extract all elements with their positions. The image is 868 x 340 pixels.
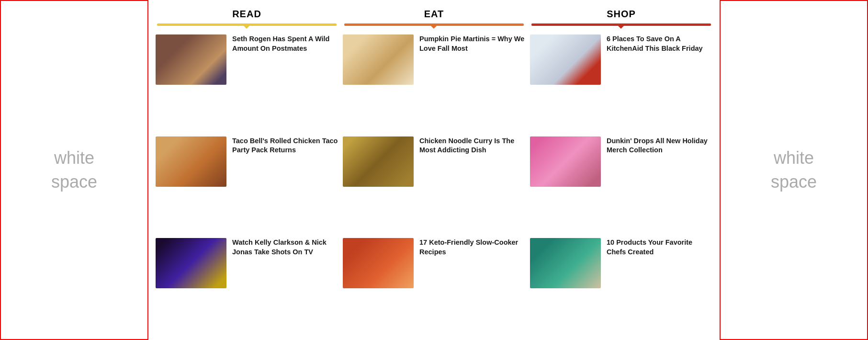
eat-header: EAT	[340, 9, 528, 20]
article-image-products	[530, 238, 601, 288]
main-content: READ EAT SHOP Seth Rogen Has Spent A Wil…	[148, 0, 720, 340]
article-image-dunkin	[530, 136, 601, 187]
divider-row	[153, 20, 715, 31]
read-divider	[157, 23, 337, 26]
read-header: READ	[153, 9, 340, 20]
article-item-kelly[interactable]: Watch Kelly Clarkson & Nick Jonas Take S…	[156, 238, 338, 336]
columns-header: READ EAT SHOP	[153, 0, 715, 20]
article-title-seth: Seth Rogen Has Spent A Wild Amount On Po…	[232, 34, 338, 53]
article-item-chicken[interactable]: Chicken Noodle Curry Is The Most Addicti…	[343, 136, 525, 235]
article-item-dunkin[interactable]: Dunkin' Drops All New Holiday Merch Coll…	[530, 136, 712, 235]
read-column: Seth Rogen Has Spent A Wild Amount On Po…	[153, 31, 340, 340]
article-title-keto: 17 Keto-Friendly Slow-Cooker Recipes	[419, 238, 525, 257]
eat-divider	[344, 23, 524, 26]
article-item-taco[interactable]: Taco Bell's Rolled Chicken Taco Party Pa…	[156, 136, 338, 235]
shop-column: 6 Places To Save On A KitchenAid This Bl…	[528, 31, 715, 340]
article-item-pumpkin[interactable]: Pumpkin Pie Martinis = Why We Love Fall …	[343, 34, 525, 133]
articles-container: Seth Rogen Has Spent A Wild Amount On Po…	[153, 31, 715, 340]
article-image-chicken	[343, 136, 414, 187]
article-item-kitchenaid[interactable]: 6 Places To Save On A KitchenAid This Bl…	[530, 34, 712, 133]
shop-divider	[531, 23, 711, 26]
whitespace-left: white space	[0, 0, 148, 340]
article-title-products: 10 Products Your Favorite Chefs Created	[607, 238, 712, 257]
article-item-keto[interactable]: 17 Keto-Friendly Slow-Cooker Recipes	[343, 238, 525, 336]
article-item-seth[interactable]: Seth Rogen Has Spent A Wild Amount On Po…	[156, 34, 338, 133]
article-title-chicken: Chicken Noodle Curry Is The Most Addicti…	[419, 136, 525, 155]
article-image-kelly	[156, 238, 226, 288]
article-item-products[interactable]: 10 Products Your Favorite Chefs Created	[530, 238, 712, 336]
eat-column: Pumpkin Pie Martinis = Why We Love Fall …	[340, 31, 528, 340]
article-image-kitchenaid	[530, 34, 601, 85]
whitespace-right: white space	[720, 0, 868, 340]
article-image-taco	[156, 136, 226, 187]
article-title-kitchenaid: 6 Places To Save On A KitchenAid This Bl…	[607, 34, 712, 53]
article-image-keto	[343, 238, 414, 288]
article-image-pumpkin	[343, 34, 414, 85]
article-title-dunkin: Dunkin' Drops All New Holiday Merch Coll…	[607, 136, 712, 155]
article-title-pumpkin: Pumpkin Pie Martinis = Why We Love Fall …	[419, 34, 525, 53]
article-image-seth	[156, 34, 226, 85]
article-title-kelly: Watch Kelly Clarkson & Nick Jonas Take S…	[232, 238, 338, 257]
shop-header: SHOP	[528, 9, 715, 20]
article-title-taco: Taco Bell's Rolled Chicken Taco Party Pa…	[232, 136, 338, 155]
